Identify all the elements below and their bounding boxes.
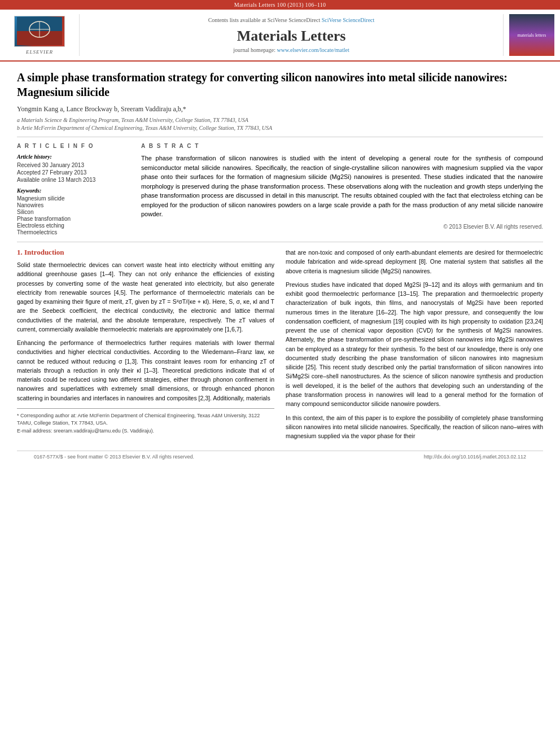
journal-thumbnail: materials letters	[509, 14, 554, 56]
body-text-area: 1. Introduction Solid state thermoelectr…	[17, 248, 543, 445]
keyword-5: Electroless etching	[17, 222, 130, 229]
body-left-col: 1. Introduction Solid state thermoelectr…	[17, 248, 274, 445]
abstract-heading: A B S T R A C T	[141, 143, 543, 149]
bottom-bar: 0167-577X/$ - see front matter © 2013 El…	[17, 451, 543, 462]
abstract-text: The phase transformation of silicon nano…	[141, 154, 543, 219]
keyword-3: Silicon	[17, 209, 130, 215]
section-1-title: 1. Introduction	[17, 248, 274, 257]
available-line: Available online 13 March 2013	[17, 177, 130, 183]
sciverse-link[interactable]: SciVerse ScienceDirect	[322, 17, 375, 23]
divider	[17, 137, 543, 137]
journal-homepage: journal homepage: www.elsevier.com/locat…	[233, 47, 349, 53]
history-label: Article history:	[17, 154, 130, 160]
keywords-label: Keywords:	[17, 187, 130, 194]
article-body: A simple phase transformation strategy f…	[0, 62, 560, 474]
intro-paragraph-1: Solid state thermoelectric devices can c…	[17, 260, 274, 334]
footnote-star: * Corresponding author at: Artie McFerri…	[17, 412, 274, 426]
keyword-2: Nanowires	[17, 202, 130, 208]
keyword-4: Phase transformation	[17, 216, 130, 222]
authors: Yongmin Kang a, Lance Brockway b, Sreera…	[17, 105, 543, 113]
abstract-col: A B S T R A C T The phase transformation…	[141, 143, 543, 236]
keywords-section: Keywords: Magnesium silicide Nanowires S…	[17, 187, 130, 235]
divider-2	[17, 242, 543, 242]
top-bar: Materials Letters 100 (2013) 106–110	[0, 0, 560, 10]
article-info-heading: A R T I C L E I N F O	[17, 143, 130, 149]
article-info-col: A R T I C L E I N F O Article history: R…	[17, 143, 130, 236]
article-title: A simple phase transformation strategy f…	[17, 70, 543, 99]
affiliation-a: a Materials Science & Engineering Progra…	[17, 117, 543, 123]
issn-text: 0167-577X/$ - see front matter © 2013 El…	[34, 454, 194, 460]
sciverse-text: Contents lists available at SciVerse Sci…	[208, 17, 375, 23]
logo-area: ELSEVIER	[6, 14, 73, 56]
received-line: Received 30 January 2013	[17, 162, 130, 168]
page: Materials Letters 100 (2013) 106–110 ELS…	[0, 0, 560, 747]
right-paragraph-2: Previous studies have indicated that dop…	[286, 280, 543, 409]
homepage-url[interactable]: www.elsevier.com/locate/matlet	[277, 47, 349, 53]
keyword-1: Magnesium silicide	[17, 195, 130, 202]
footnote-email: E-mail address: sreeram.vaddiraju@tamu.e…	[17, 427, 274, 435]
body-right-col: that are non-toxic and composed of only …	[286, 248, 543, 445]
footnote-area: * Corresponding author at: Artie McFerri…	[17, 408, 274, 435]
accepted-line: Accepted 27 February 2013	[17, 169, 130, 176]
right-paragraph-1: that are non-toxic and composed of only …	[286, 248, 543, 276]
journal-info-center: Contents lists available at SciVerse Sci…	[79, 14, 504, 56]
elsevier-logo-graphic	[14, 16, 65, 47]
right-paragraph-3: In this context, the aim of this paper i…	[286, 413, 543, 441]
keyword-6: Thermoelectrics	[17, 229, 130, 235]
journal-header: ELSEVIER Contents lists available at Sci…	[0, 10, 560, 62]
copyright: © 2013 Elsevier B.V. All rights reserved…	[141, 224, 543, 230]
journal-citation: Materials Letters 100 (2013) 106–110	[234, 2, 326, 8]
intro-paragraph-2: Enhancing the performance of thermoelect…	[17, 338, 274, 403]
affiliation-b: b Artie McFerrin Department of Chemical …	[17, 125, 543, 131]
article-info-abstract: A R T I C L E I N F O Article history: R…	[17, 143, 543, 236]
thumb-label: materials letters	[515, 30, 549, 41]
doi-text: http://dx.doi.org/10.1016/j.matlet.2013.…	[424, 454, 526, 460]
journal-title: Materials Letters	[237, 28, 346, 45]
elsevier-label: ELSEVIER	[26, 49, 53, 55]
